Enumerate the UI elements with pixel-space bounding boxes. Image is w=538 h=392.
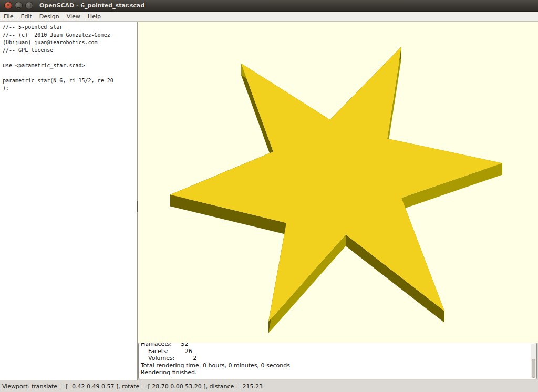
menu-edit[interactable]: Edit xyxy=(17,12,35,21)
console-pane[interactable]: Halffacets: 52 Facets: 26 Volumes: 2 Tot… xyxy=(138,343,537,379)
window-titlebar[interactable]: ✕ ▁ ◻ OpenSCAD - 6_pointed_star.scad xyxy=(0,0,538,12)
close-icon: ✕ xyxy=(6,3,11,8)
right-pane: Halffacets: 52 Facets: 26 Volumes: 2 Tot… xyxy=(138,22,538,380)
statusbar: Viewport: translate = [ -0.42 0.49 0.57 … xyxy=(0,380,538,392)
menu-design-label: Design xyxy=(39,13,59,20)
menu-view[interactable]: View xyxy=(63,12,84,21)
maximize-icon: ◻ xyxy=(27,3,31,8)
console-scrollbar-thumb[interactable] xyxy=(532,359,535,378)
menu-view-label: View xyxy=(67,13,80,20)
statusbar-text: Viewport: translate = [ -0.42 0.49 0.57 … xyxy=(2,383,263,390)
console-scrollbar[interactable] xyxy=(531,344,536,378)
openscad-window: ✕ ▁ ◻ OpenSCAD - 6_pointed_star.scad Fil… xyxy=(0,0,538,392)
editor-code[interactable]: //-- 5-pointed star //-- (c) 2010 Juan G… xyxy=(0,22,137,92)
minimize-icon: ▁ xyxy=(17,3,20,8)
minimize-button[interactable]: ▁ xyxy=(15,2,23,9)
menubar: File Edit Design View Help xyxy=(0,12,538,22)
editor-pane[interactable]: //-- 5-pointed star //-- (c) 2010 Juan G… xyxy=(0,22,137,380)
maximize-button[interactable]: ◻ xyxy=(25,2,33,9)
console-log: Halffacets: 52 Facets: 26 Volumes: 2 Tot… xyxy=(139,343,536,376)
menu-file-label: File xyxy=(4,13,13,20)
menu-edit-label: Edit xyxy=(20,13,32,20)
viewport-3d[interactable] xyxy=(138,22,538,343)
menu-design[interactable]: Design xyxy=(36,12,63,21)
menu-file[interactable]: File xyxy=(0,12,17,21)
main-area: //-- 5-pointed star //-- (c) 2010 Juan G… xyxy=(0,22,538,380)
menu-help-label: Help xyxy=(88,13,101,20)
star-svg xyxy=(138,22,538,343)
window-title: OpenSCAD - 6_pointed_star.scad xyxy=(39,2,144,9)
menu-help[interactable]: Help xyxy=(84,12,105,21)
close-button[interactable]: ✕ xyxy=(4,2,12,9)
